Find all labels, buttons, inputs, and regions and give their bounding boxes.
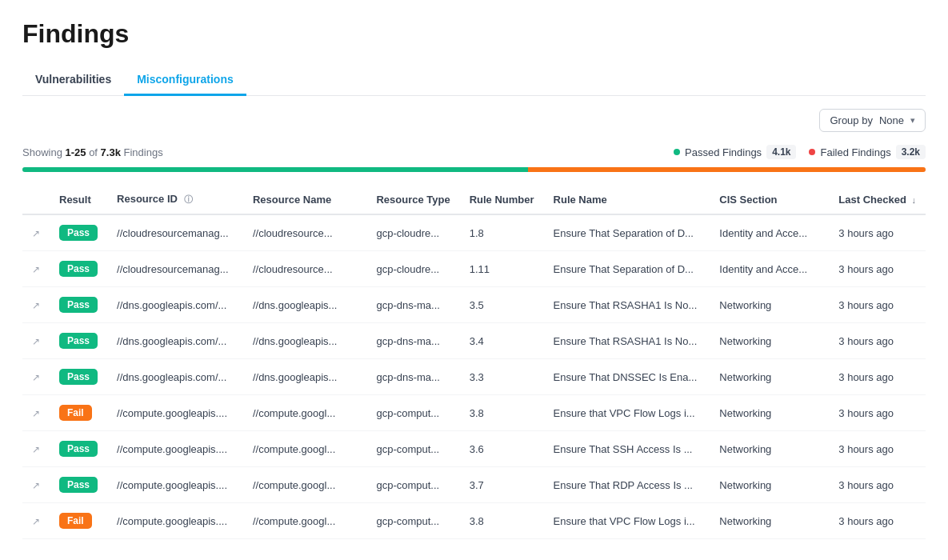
resource-id-cell: //dns.googleapis.com/...: [107, 287, 243, 323]
rule-number-cell: 3.5: [460, 287, 544, 323]
resource-id-cell: //compute.googleapis....: [107, 395, 243, 431]
col-header-rule-number: Rule Number: [460, 185, 544, 214]
cis-section-cell: Identity and Acce...: [710, 214, 829, 251]
result-cell: Fail: [50, 395, 107, 431]
table-row: ↗ Fail //compute.googleapis.... //comput…: [22, 503, 926, 539]
last-checked-cell: 3 hours ago: [829, 467, 926, 503]
rule-name-cell: Ensure That RSASHA1 Is No...: [544, 287, 710, 323]
last-checked-cell: 3 hours ago: [829, 431, 926, 467]
expand-icon[interactable]: ↗: [32, 408, 40, 419]
result-cell: Pass: [50, 287, 107, 323]
table-header-row: Result Resource ID ⓘ Resource Name Resou…: [22, 185, 926, 214]
result-badge: Fail: [59, 405, 92, 421]
rule-number-cell: 3.7: [460, 467, 544, 503]
resource-id-cell: //cloudresourcemanag...: [107, 214, 243, 251]
expand-icon[interactable]: ↗: [32, 480, 40, 491]
expand-cell[interactable]: ↗: [22, 287, 50, 323]
tab-vulnerabilities[interactable]: Vulnerabilities: [22, 65, 124, 96]
result-cell: Pass: [50, 214, 107, 251]
expand-cell[interactable]: ↗: [22, 214, 50, 251]
rule-number-cell: 3.8: [460, 503, 544, 539]
col-header-resource-id: Resource ID ⓘ: [107, 185, 243, 214]
expand-icon[interactable]: ↗: [32, 264, 40, 275]
cis-section-cell: Networking: [710, 395, 829, 431]
expand-icon[interactable]: ↗: [32, 228, 40, 239]
resource-type-cell: gcp-cloudre...: [366, 214, 459, 251]
col-header-resource-type: Resource Type: [366, 185, 459, 214]
expand-icon[interactable]: ↗: [32, 300, 40, 311]
sort-icon: ↓: [911, 195, 916, 205]
toolbar: Group by None ▾: [22, 96, 926, 140]
resource-name-cell: //cloudresource...: [243, 214, 367, 251]
rule-number-cell: 1.11: [460, 251, 544, 287]
rule-name-cell: Ensure That RSASHA1 Is No...: [544, 323, 710, 359]
rule-name-cell: Ensure That DNSSEC Is Ena...: [544, 359, 710, 395]
expand-cell[interactable]: ↗: [22, 323, 50, 359]
resource-id-cell: //compute.googleapis....: [107, 467, 243, 503]
last-checked-cell: 3 hours ago: [829, 323, 926, 359]
rule-number-cell: 3.6: [460, 431, 544, 467]
failed-label: Failed Findings: [820, 146, 890, 158]
expand-icon[interactable]: ↗: [32, 516, 40, 527]
last-checked-cell: 3 hours ago: [829, 503, 926, 539]
tab-misconfigurations[interactable]: Misconfigurations: [124, 65, 246, 96]
rule-number-cell: 3.3: [460, 359, 544, 395]
result-cell: Pass: [50, 359, 107, 395]
resource-id-cell: //compute.googleapis....: [107, 431, 243, 467]
table-row: ↗ Pass //cloudresourcemanag... //cloudre…: [22, 214, 926, 251]
cis-section-cell: Networking: [710, 503, 829, 539]
rule-name-cell: Ensure that VPC Flow Logs i...: [544, 503, 710, 539]
col-header-rule-name: Rule Name: [544, 185, 710, 214]
group-by-dropdown[interactable]: Group by None ▾: [819, 109, 926, 132]
expand-cell[interactable]: ↗: [22, 431, 50, 467]
cis-section-cell: Networking: [710, 323, 829, 359]
showing-count: Showing 1-25 of 7.3k Findings: [22, 146, 163, 158]
resource-name-cell: //compute.googl...: [243, 467, 367, 503]
expand-icon[interactable]: ↗: [32, 444, 40, 455]
legend-passed: Passed Findings 4.1k: [674, 145, 796, 159]
resource-id-cell: //dns.googleapis.com/...: [107, 359, 243, 395]
rule-name-cell: Ensure That RDP Access Is ...: [544, 467, 710, 503]
expand-cell[interactable]: ↗: [22, 359, 50, 395]
cis-section-cell: Networking: [710, 359, 829, 395]
result-badge: Pass: [59, 477, 98, 493]
result-badge: Fail: [59, 513, 92, 529]
expand-cell[interactable]: ↗: [22, 251, 50, 287]
info-icon: ⓘ: [184, 194, 193, 204]
chevron-down-icon: ▾: [910, 115, 915, 126]
last-checked-cell: 3 hours ago: [829, 359, 926, 395]
resource-type-cell: gcp-cloudre...: [366, 251, 459, 287]
resource-name-cell: //compute.googl...: [243, 503, 367, 539]
legend-failed: Failed Findings 3.2k: [809, 145, 926, 159]
result-cell: Pass: [50, 323, 107, 359]
page-title: Findings: [22, 19, 926, 49]
expand-cell[interactable]: ↗: [22, 503, 50, 539]
cis-section-cell: Networking: [710, 287, 829, 323]
col-header-expand: [22, 185, 50, 214]
legend: Passed Findings 4.1k Failed Findings 3.2…: [674, 145, 926, 159]
resource-type-cell: gcp-comput...: [366, 395, 459, 431]
result-badge: Pass: [59, 441, 98, 457]
resource-type-cell: gcp-comput...: [366, 503, 459, 539]
expand-cell[interactable]: ↗: [22, 467, 50, 503]
resource-type-cell: gcp-comput...: [366, 431, 459, 467]
cis-section-cell: Networking: [710, 431, 829, 467]
passed-label: Passed Findings: [685, 146, 762, 158]
col-header-result: Result: [50, 185, 107, 214]
rule-number-cell: 3.4: [460, 323, 544, 359]
progress-bar: [22, 167, 926, 172]
progress-passed: [22, 167, 528, 172]
resource-type-cell: gcp-dns-ma...: [366, 359, 459, 395]
expand-cell[interactable]: ↗: [22, 395, 50, 431]
resource-name-cell: //dns.googleapis...: [243, 287, 367, 323]
last-checked-cell: 3 hours ago: [829, 251, 926, 287]
resource-name-cell: //cloudresource...: [243, 251, 367, 287]
col-header-last-checked[interactable]: Last Checked ↓: [829, 185, 926, 214]
expand-icon[interactable]: ↗: [32, 336, 40, 347]
rule-number-cell: 1.8: [460, 214, 544, 251]
resource-name-cell: //compute.googl...: [243, 395, 367, 431]
resource-type-cell: gcp-dns-ma...: [366, 287, 459, 323]
findings-table: Result Resource ID ⓘ Resource Name Resou…: [22, 185, 926, 539]
failed-dot: [809, 149, 815, 155]
expand-icon[interactable]: ↗: [32, 372, 40, 383]
